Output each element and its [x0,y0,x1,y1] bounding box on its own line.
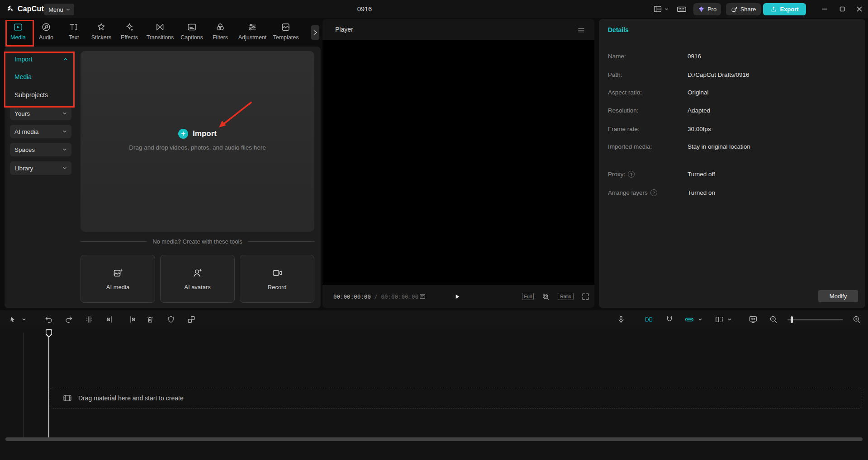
delete-right-button[interactable] [128,315,136,324]
import-cta-label: Import [193,129,217,138]
details-row-aspect-ratio: Aspect ratio: Original [599,89,865,97]
tab-transitions[interactable]: Transitions [147,22,174,41]
preview-axis-toggle[interactable] [715,315,724,324]
tab-stickers[interactable]: Stickers [91,22,111,41]
split-button[interactable] [85,315,94,324]
layout-toggle-button[interactable] [653,0,669,18]
modify-button[interactable]: Modify [818,290,858,302]
snapping-toggle[interactable] [665,315,674,324]
video-preview[interactable] [323,40,594,285]
playhead-handle[interactable] [46,329,52,338]
delete-left-button[interactable] [106,315,115,324]
mask-button[interactable] [167,315,175,324]
playhead-line[interactable] [48,337,49,437]
fullscreen-icon[interactable] [581,292,590,301]
details-value: Turned off [688,171,715,178]
adapt-timeline-button[interactable] [749,315,758,324]
details-value: Turned on [688,189,715,196]
tab-label: Transitions [147,34,174,41]
sidebar-group-yours[interactable]: Yours [10,107,71,120]
play-button[interactable] [453,285,461,308]
details-label: Imported media: [608,143,652,150]
tab-text[interactable]: Text [69,22,79,41]
info-icon[interactable]: ? [650,189,657,196]
hamburger-icon [577,26,585,34]
ai-avatars-card[interactable]: AI avatars [160,255,235,303]
timeline-area[interactable]: Drag material here and start to create [0,329,868,460]
export-button[interactable]: Export [763,3,806,15]
playback-options-button[interactable] [419,285,426,308]
select-tool-caret[interactable] [22,318,26,322]
delete-button[interactable] [146,315,155,324]
pro-gem-icon [698,6,705,13]
pro-badge[interactable]: Pro [693,3,721,15]
maximize-button[interactable] [833,0,851,18]
details-label: Name: [608,53,626,60]
timeline-zoom-slider[interactable] [787,319,843,320]
play-icon [453,293,461,300]
redo-button[interactable] [65,315,73,324]
more-tabs-button[interactable] [311,25,319,40]
info-icon[interactable]: ? [628,171,635,178]
sidebar-label: Import [14,56,33,63]
import-cta[interactable]: + Import [81,129,314,139]
sidebar-group-import[interactable]: Import [10,53,72,66]
tab-captions[interactable]: Captions [180,22,203,41]
menu-button[interactable]: Menu [44,4,74,15]
share-button[interactable]: Share [726,3,761,15]
sidebar-group-spaces[interactable]: Spaces [10,143,71,156]
auto-ripple-icon [644,315,653,324]
timecode-separator: / [371,293,381,300]
timeline-zoom-slider-knob[interactable] [791,316,793,323]
tab-templates[interactable]: Templates [273,22,299,41]
linking-caret[interactable] [698,318,702,322]
linking-toggle[interactable] [685,315,694,324]
full-quality-badge[interactable]: Full [522,293,534,300]
select-tool-button[interactable] [9,316,17,324]
zoom-out-button[interactable] [769,315,778,324]
undo-button[interactable] [45,315,53,324]
auto-ripple-toggle[interactable] [644,315,653,324]
tab-label: Effects [121,34,138,41]
overlay-button[interactable] [187,315,196,324]
tab-filters[interactable]: Filters [213,22,228,41]
stickers-icon [96,22,106,32]
details-label: Proxy: ? [608,171,635,178]
zoom-fit-icon[interactable] [541,292,550,301]
ai-media-card[interactable]: AI media [81,255,155,303]
tab-audio[interactable]: Audio [39,22,53,41]
player-panel: Player 00:00:00:00 / 00:00:00:00 Full Ra… [323,19,594,308]
audio-icon [41,22,51,32]
timeline-drop-target[interactable]: Drag material here and start to create [50,388,862,408]
details-label: Arrange layers ? [608,189,657,196]
sidebar-group-library[interactable]: Library [10,161,71,175]
minimize-button[interactable] [816,0,833,18]
adjustment-icon [247,22,257,32]
details-row-frame-rate: Frame rate: 30.00fps [599,126,865,134]
details-row-imported-media: Imported media: Stay in original locatio… [599,143,865,151]
effects-icon [124,22,134,32]
close-button[interactable] [850,0,868,18]
sidebar-group-ai-media[interactable]: AI media [10,125,71,138]
filters-icon [215,22,225,32]
voiceover-button[interactable] [617,315,626,324]
record-card[interactable]: Record [240,255,314,303]
ratio-badge[interactable]: Ratio [558,293,574,300]
import-drop-zone[interactable] [81,51,314,232]
tab-label: Text [69,34,79,41]
timeline-scrollbar[interactable] [5,437,863,441]
zoom-in-button[interactable] [853,315,861,324]
share-icon [731,6,738,13]
sidebar-item-media[interactable]: Media [10,70,72,83]
divider-text: No media? Create with these tools [152,238,242,245]
shortcuts-button[interactable] [677,0,687,18]
redo-icon [65,315,73,324]
tab-media[interactable]: Media [10,22,26,41]
sidebar-item-subprojects[interactable]: Subprojects [10,89,72,101]
chevron-down-icon [62,129,67,134]
share-label: Share [740,6,756,13]
player-menu-button[interactable] [577,26,585,34]
preview-axis-caret[interactable] [728,318,732,322]
tab-adjustment[interactable]: Adjustment [238,22,267,41]
tab-effects[interactable]: Effects [121,22,138,41]
